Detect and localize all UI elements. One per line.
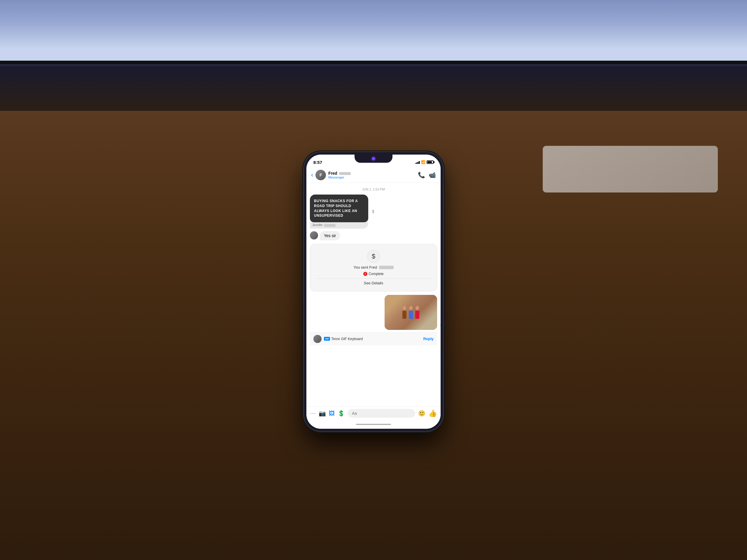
phone-call-button[interactable]: 📞 [418, 171, 425, 179]
tenor-avatar [313, 335, 321, 343]
figure-3 [415, 306, 419, 319]
signal-bar-4 [419, 161, 420, 164]
nav-header: ‹ F Fred Messenger 📞 📹 [306, 167, 441, 183]
head-3 [415, 306, 419, 310]
message-input[interactable] [348, 409, 415, 418]
figure-2 [409, 306, 413, 319]
gif-message-right: ⬆ [310, 295, 437, 330]
input-toolbar: ⋯ 📷 🖼 💲 🙂 👍 [306, 406, 441, 420]
battery-fill [428, 161, 432, 163]
gif-text: BUYING SNACKS FOR A ROAD TRIP SHOULD ALW… [314, 198, 364, 218]
attribution-blur [324, 224, 336, 227]
payment-status: Complete [363, 272, 383, 276]
tenor-bar: GIF Tenor GIF Keyboard Reply [310, 332, 437, 345]
contact-avatar: F [315, 170, 326, 180]
wifi-icon: 📶 [421, 160, 426, 164]
contact-info: Fred Messenger [328, 171, 415, 179]
status-icons: 📶 [415, 160, 434, 164]
gif-image-bubble [385, 295, 437, 330]
status-time: 8:57 [313, 160, 322, 165]
complete-text: Complete [368, 272, 383, 276]
body-3 [415, 311, 419, 319]
contact-name: Fred [328, 171, 415, 176]
gif-scene-visual [385, 295, 437, 330]
recipient-name-blur [379, 266, 394, 269]
messages-area[interactable]: JUN 1, 1:53 PM BUYING SNACKS FOR A ROAD … [306, 183, 441, 406]
yes-sir-message: Yes sir [310, 231, 437, 240]
share-gif-button[interactable]: ⬆ [370, 208, 376, 216]
gif-bubble: BUYING SNACKS FOR A ROAD TRIP SHOULD ALW… [310, 194, 368, 229]
camera-dot [372, 157, 375, 160]
gif-attribution: Jennifer [310, 222, 368, 229]
gif-message-left: BUYING SNACKS FOR A ROAD TRIP SHOULD ALW… [310, 194, 437, 229]
signal-bar-1 [415, 163, 416, 164]
battery-icon [427, 160, 434, 164]
power-button[interactable] [443, 216, 445, 232]
contact-name-blur [339, 172, 351, 175]
gif-text-overlay: BUYING SNACKS FOR A ROAD TRIP SHOULD ALW… [310, 194, 368, 222]
tenor-text: Tenor GIF Keyboard [331, 337, 363, 341]
scene-container: 8:57 📶 [0, 0, 747, 560]
notch [355, 155, 392, 163]
yes-sir-bubble: Yes sir [320, 231, 340, 240]
head-2 [409, 306, 413, 310]
reply-button[interactable]: Reply [423, 337, 434, 341]
signal-bar-3 [418, 162, 419, 164]
signal-bars [415, 160, 420, 164]
home-bar [356, 424, 391, 425]
share-gif-right-button[interactable]: ⬆ [438, 322, 441, 330]
header-actions: 📞 📹 [418, 171, 436, 179]
see-details-button[interactable]: See Details [364, 281, 383, 285]
video-call-button[interactable]: 📹 [429, 171, 436, 179]
timestamp: JUN 1, 1:53 PM [310, 188, 437, 191]
like-button[interactable]: 👍 [428, 409, 437, 417]
payment-sent-text: You sent Fred [353, 265, 393, 269]
camera-button[interactable]: 📷 [319, 410, 326, 417]
emoji-button[interactable]: 🙂 [418, 410, 426, 417]
apps-button[interactable]: ⋯ [310, 410, 316, 417]
gif-figures [403, 306, 419, 319]
home-indicator [306, 420, 441, 429]
dollar-sign: $ [372, 252, 375, 260]
phone-screen: 8:57 📶 [306, 155, 441, 429]
contact-subtitle: Messenger [328, 176, 415, 179]
right-buttons [443, 216, 445, 232]
photo-button[interactable]: 🖼 [329, 410, 335, 417]
complete-status-dot [363, 272, 367, 276]
phone-frame: 8:57 📶 [304, 152, 443, 432]
phone-wrapper: 8:57 📶 [304, 152, 443, 432]
figure-1 [403, 306, 407, 319]
sender-avatar-yes [310, 231, 318, 239]
payment-card: $ You sent Fred Complete See Details [310, 244, 437, 291]
signal-bar-2 [417, 162, 417, 164]
tenor-gif-badge: GIF [324, 337, 330, 341]
back-button[interactable]: ‹ [311, 171, 313, 179]
head-1 [403, 306, 406, 310]
dollar-icon: $ [367, 250, 380, 263]
body-2 [409, 311, 413, 319]
payment-button[interactable]: 💲 [338, 410, 345, 417]
card-divider [316, 278, 431, 278]
tenor-label: GIF Tenor GIF Keyboard [324, 337, 421, 341]
body-1 [403, 311, 407, 319]
